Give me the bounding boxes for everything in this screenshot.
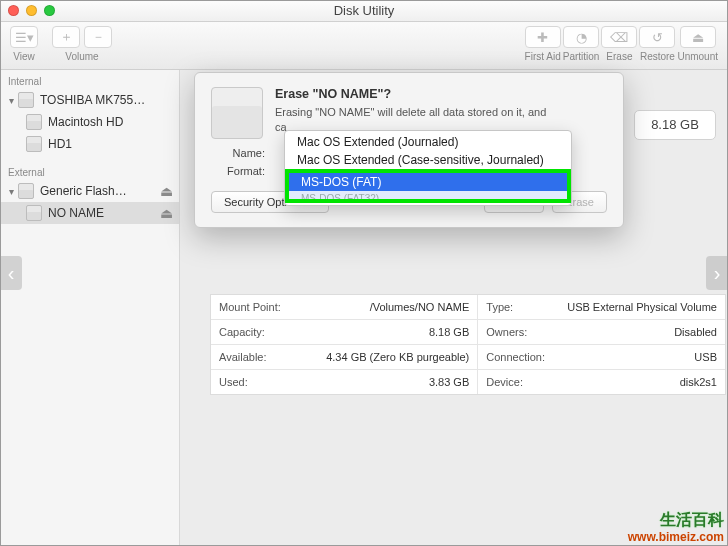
watermark-text: 生活百科 <box>628 510 724 529</box>
usb-drive-icon <box>26 205 42 221</box>
watermark: 生活百科 www.bimeiz.com <box>628 510 724 544</box>
table-row: Available:4.34 GB (Zero KB purgeable) Co… <box>211 345 725 370</box>
sidebar-item-label: Generic Flash… <box>40 184 127 198</box>
info-key: Available: <box>219 351 267 363</box>
sidebar-item-label: NO NAME <box>48 206 104 220</box>
sheet-title: Erase "NO NAME"? <box>275 87 546 101</box>
format-dropdown[interactable]: Mac OS Extended (Journaled) Mac OS Exten… <box>284 130 572 206</box>
eject-icon: ⏏ <box>692 30 704 45</box>
partition-label: Partition <box>563 51 600 62</box>
highlight-box: MS-DOS (FAT) MS-DOS (FAT32) <box>285 169 571 203</box>
hdd-icon <box>26 114 42 130</box>
erase-label: Erase <box>606 51 632 62</box>
toolbar-volume-group: ＋ － Volume <box>52 26 112 62</box>
table-row: Used:3.83 GB Device:disk2s1 <box>211 370 725 394</box>
sidebar-disk-toshiba[interactable]: TOSHIBA MK755… <box>0 89 179 111</box>
dropdown-item-selected[interactable]: MS-DOS (FAT) <box>289 173 567 191</box>
info-key: Type: <box>486 301 513 313</box>
sidebar: Internal TOSHIBA MK755… Macintosh HD HD1… <box>0 70 180 546</box>
info-value: disk2s1 <box>680 376 717 388</box>
sidebar-internal-header: Internal <box>0 74 179 89</box>
restore-label: Restore <box>640 51 675 62</box>
usb-drive-icon <box>18 183 34 199</box>
sidebar-volume-no-name[interactable]: NO NAME ⏏ <box>0 202 179 224</box>
erase-icon: ⌫ <box>610 30 628 45</box>
toolbar-volume-label: Volume <box>65 51 98 62</box>
title-bar: Disk Utility <box>0 0 728 22</box>
dropdown-item[interactable]: Mac OS Extended (Case-sensitive, Journal… <box>285 151 571 169</box>
restore-icon: ↺ <box>652 30 663 45</box>
window-title: Disk Utility <box>0 3 728 18</box>
volume-add-button[interactable]: ＋ <box>52 26 80 48</box>
eject-icon[interactable]: ⏏ <box>160 205 173 221</box>
next-image-button[interactable]: › <box>706 256 728 290</box>
hdd-icon <box>26 136 42 152</box>
sidebar-volume-hd1[interactable]: HD1 <box>0 133 179 155</box>
prev-image-button[interactable]: ‹ <box>0 256 22 290</box>
drive-icon <box>211 87 263 139</box>
table-row: Capacity:8.18 GB Owners:Disabled <box>211 320 725 345</box>
pie-icon: ◔ <box>576 30 587 45</box>
info-key: Mount Point: <box>219 301 281 313</box>
toolbar-view-group: ☰▾ View <box>10 26 38 62</box>
sidebar-external-header: External <box>0 165 179 180</box>
table-row: Mount Point:/Volumes/NO NAME Type:USB Ex… <box>211 295 725 320</box>
eject-icon[interactable]: ⏏ <box>160 183 173 199</box>
dropdown-item[interactable]: MS-DOS (FAT32) <box>289 191 567 199</box>
stethoscope-icon: ✚ <box>537 30 548 45</box>
toolbar-actions: ✚First Aid ◔Partition ⌫Erase ↺Restore ⏏U… <box>525 26 718 62</box>
unmount-label: Unmount <box>677 51 718 62</box>
info-value: 3.83 GB <box>429 376 469 388</box>
info-value: 4.34 GB (Zero KB purgeable) <box>326 351 469 363</box>
sidebar-disk-generic-flash[interactable]: Generic Flash… ⏏ <box>0 180 179 202</box>
info-key: Used: <box>219 376 248 388</box>
partition-button[interactable]: ◔ <box>563 26 599 48</box>
first-aid-label: First Aid <box>525 51 561 62</box>
hdd-icon <box>18 92 34 108</box>
sidebar-volume-macintosh-hd[interactable]: Macintosh HD <box>0 111 179 133</box>
info-key: Capacity: <box>219 326 265 338</box>
info-value: 8.18 GB <box>429 326 469 338</box>
info-value: Disabled <box>674 326 717 338</box>
volume-info-table: Mount Point:/Volumes/NO NAME Type:USB Ex… <box>210 294 726 395</box>
toolbar-view-label: View <box>13 51 35 62</box>
format-field-label: Format: <box>211 165 273 177</box>
info-value: USB <box>694 351 717 363</box>
toolbar: ☰▾ View ＋ － Volume ✚First Aid ◔Partition… <box>0 22 728 70</box>
name-field-label: Name: <box>211 147 273 159</box>
restore-button[interactable]: ↺ <box>639 26 675 48</box>
sidebar-item-label: Macintosh HD <box>48 115 123 129</box>
first-aid-button[interactable]: ✚ <box>525 26 561 48</box>
dropdown-item[interactable]: Mac OS Extended (Journaled) <box>285 133 571 151</box>
watermark-url: www.bimeiz.com <box>628 530 724 544</box>
info-key: Device: <box>486 376 523 388</box>
disclosure-triangle-icon[interactable] <box>4 95 18 106</box>
info-value: /Volumes/NO NAME <box>370 301 470 313</box>
sidebar-item-label: TOSHIBA MK755… <box>40 93 145 107</box>
info-key: Connection: <box>486 351 545 363</box>
unmount-button[interactable]: ⏏ <box>680 26 716 48</box>
capacity-button[interactable]: 8.18 GB <box>634 110 716 140</box>
erase-button[interactable]: ⌫ <box>601 26 637 48</box>
volume-remove-button[interactable]: － <box>84 26 112 48</box>
info-value: USB External Physical Volume <box>567 301 717 313</box>
sheet-desc-line1: Erasing "NO NAME" will delete all data s… <box>275 106 546 118</box>
view-button[interactable]: ☰▾ <box>10 26 38 48</box>
sidebar-item-label: HD1 <box>48 137 72 151</box>
info-key: Owners: <box>486 326 527 338</box>
disclosure-triangle-icon[interactable] <box>4 186 18 197</box>
